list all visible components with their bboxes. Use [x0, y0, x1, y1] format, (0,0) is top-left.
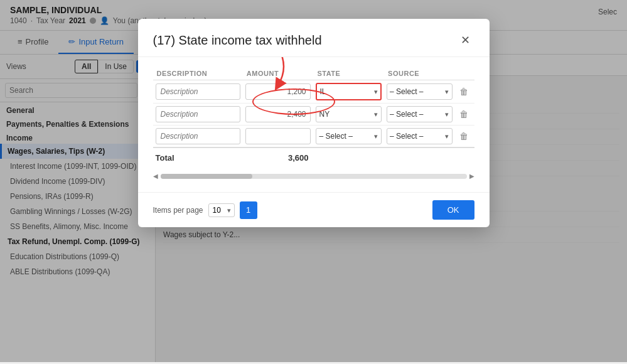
row3-state-select[interactable]: – Select – IL NY [316, 128, 382, 144]
total-empty-source [384, 147, 455, 165]
scroll-track [161, 174, 467, 179]
row3-amount-input[interactable] [245, 128, 311, 144]
items-per-page-label: Items per page [153, 206, 203, 215]
col-header-amount: AMOUNT [243, 67, 314, 80]
page-1-button[interactable]: 1 [240, 201, 257, 219]
modal-header: (17) State income tax withheld ✕ [138, 19, 490, 57]
scroll-left-arrow[interactable]: ◀ [153, 173, 158, 179]
row1-state-select[interactable]: IL – Select – NY CA [316, 83, 382, 100]
row3-state-select-wrapper: – Select – IL NY [316, 128, 382, 144]
items-per-page-select[interactable]: 10 25 50 [208, 203, 235, 217]
modal: (17) State income tax withheld ✕ DESCRIP… [138, 19, 490, 227]
row2-amount-input[interactable] [245, 106, 311, 122]
modal-close-button[interactable]: ✕ [457, 31, 474, 49]
row1-source-select[interactable]: – Select – [387, 83, 453, 100]
row1-action-cell: 🗑 [455, 80, 474, 104]
scrollbar[interactable]: ◀ ▶ [153, 170, 474, 182]
row1-amount-cell [243, 80, 314, 104]
pagination-area: Items per page 10 25 50 1 [153, 201, 257, 219]
row1-state-select-wrapper: IL – Select – NY CA [316, 83, 382, 100]
row3-source-cell: – Select – [384, 126, 455, 148]
table-row-3: – Select – IL NY – Select – [153, 126, 474, 148]
table-row-2: NY – Select – IL – Select – [153, 104, 474, 126]
row1-state-cell: IL – Select – NY CA [313, 80, 384, 104]
row1-delete-button[interactable]: 🗑 [458, 85, 470, 99]
row2-desc-cell [153, 104, 243, 126]
row2-state-cell: NY – Select – IL [313, 104, 384, 126]
row1-amount-input[interactable] [245, 83, 311, 100]
row3-source-select[interactable]: – Select – [387, 128, 453, 144]
modal-footer: Items per page 10 25 50 1 OK [138, 192, 490, 227]
col-header-source: SOURCE [384, 67, 455, 80]
total-empty-state [313, 147, 384, 165]
col-header-action [455, 67, 474, 80]
row1-desc-cell [153, 80, 243, 104]
scroll-right-arrow[interactable]: ▶ [469, 173, 474, 179]
ok-button[interactable]: OK [432, 200, 474, 220]
row3-delete-button[interactable]: 🗑 [458, 129, 470, 143]
row2-description-input[interactable] [156, 106, 240, 122]
row3-action-cell: 🗑 [455, 126, 474, 148]
modal-title: (17) State income tax withheld [153, 33, 322, 48]
table-row-total: Total 3,600 [153, 147, 474, 165]
row3-desc-cell [153, 126, 243, 148]
row3-state-cell: – Select – IL NY [313, 126, 384, 148]
row3-source-select-wrapper: – Select – [387, 128, 453, 144]
modal-table: DESCRIPTION AMOUNT STATE SOURCE [153, 67, 474, 165]
row2-source-select[interactable]: – Select – [387, 106, 453, 122]
modal-overlay: (17) State income tax withheld ✕ DESCRIP… [0, 0, 627, 362]
row2-action-cell: 🗑 [455, 104, 474, 126]
table-row-1: IL – Select – NY CA [153, 80, 474, 104]
row2-delete-button[interactable]: 🗑 [458, 107, 470, 121]
scroll-thumb [161, 174, 252, 179]
row2-source-cell: – Select – [384, 104, 455, 126]
items-per-page-select-wrapper: 10 25 50 [208, 203, 235, 217]
col-header-description: DESCRIPTION [153, 67, 243, 80]
modal-body: DESCRIPTION AMOUNT STATE SOURCE [138, 57, 490, 192]
row1-description-input[interactable] [156, 83, 240, 100]
col-header-state: STATE [313, 67, 384, 80]
row2-amount-cell [243, 104, 314, 126]
row2-state-select[interactable]: NY – Select – IL [316, 106, 382, 122]
row1-source-cell: – Select – [384, 80, 455, 104]
total-label: Total [153, 147, 243, 165]
total-value: 3,600 [243, 147, 314, 165]
row1-source-select-wrapper: – Select – [387, 83, 453, 100]
row3-amount-cell [243, 126, 314, 148]
row2-state-select-wrapper: NY – Select – IL [316, 106, 382, 122]
total-empty-action [455, 147, 474, 165]
row3-description-input[interactable] [156, 128, 240, 144]
row2-source-select-wrapper: – Select – [387, 106, 453, 122]
